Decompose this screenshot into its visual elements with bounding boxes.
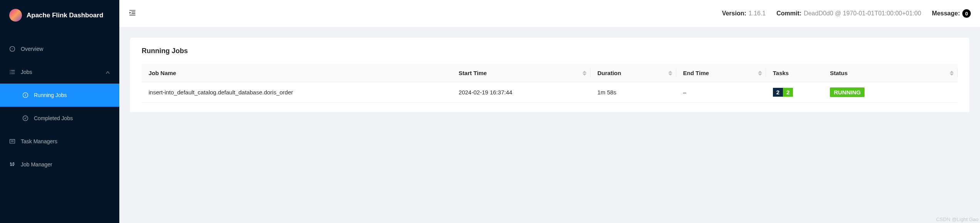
version-value: 1.16.1 bbox=[749, 10, 766, 17]
main-menu: Overview Jobs Running Jobs bbox=[0, 30, 119, 176]
th-job-name[interactable]: Job Name bbox=[142, 64, 452, 82]
play-circle-icon bbox=[22, 92, 28, 98]
cell-tasks: 2 2 bbox=[766, 82, 823, 103]
th-label: Job Name bbox=[149, 70, 176, 76]
cell-duration: 1m 58s bbox=[590, 82, 676, 103]
sidebar-item-jobs[interactable]: Jobs bbox=[0, 60, 119, 84]
sidebar-item-task-managers[interactable]: Task Managers bbox=[0, 130, 119, 153]
sidebar-item-completed-jobs[interactable]: Completed Jobs bbox=[0, 107, 119, 130]
message-info: Message: 0 bbox=[932, 9, 971, 18]
th-start-time[interactable]: Start Time bbox=[452, 64, 590, 82]
menu-label: Running Jobs bbox=[34, 92, 67, 98]
task-running: 2 bbox=[783, 88, 793, 97]
th-status[interactable]: Status bbox=[823, 64, 958, 82]
schedule-icon bbox=[9, 138, 15, 144]
commit-info: Commit: DeadD0d0 @ 1970-01-01T01:00:00+0… bbox=[776, 10, 921, 17]
sidebar-item-overview[interactable]: Overview bbox=[0, 37, 119, 60]
brand-logo[interactable]: Apache Flink Dashboard bbox=[0, 0, 119, 30]
sort-icon[interactable] bbox=[950, 70, 954, 75]
menu-fold-icon[interactable] bbox=[129, 9, 136, 18]
sidebar-item-job-manager[interactable]: Job Manager bbox=[0, 153, 119, 176]
jobs-submenu: Running Jobs Completed Jobs bbox=[0, 84, 119, 130]
main-area: Version: 1.16.1 Commit: DeadD0d0 @ 1970-… bbox=[119, 0, 980, 223]
menu-label: Jobs bbox=[21, 69, 32, 75]
commit-value: DeadD0d0 @ 1970-01-01T01:00:00+01:00 bbox=[804, 10, 921, 17]
flink-logo-icon bbox=[9, 9, 22, 22]
message-badge[interactable]: 0 bbox=[962, 9, 971, 18]
header-right: Version: 1.16.1 Commit: DeadD0d0 @ 1970-… bbox=[722, 9, 971, 18]
table-row[interactable]: insert-into_default_catalog.default_data… bbox=[142, 82, 958, 103]
sort-icon[interactable] bbox=[758, 70, 762, 75]
task-total: 2 bbox=[773, 88, 783, 97]
cell-start-time: 2024-02-19 16:37:44 bbox=[452, 82, 590, 103]
sidebar-item-running-jobs[interactable]: Running Jobs bbox=[0, 84, 119, 107]
th-label: End Time bbox=[683, 70, 709, 76]
sort-icon[interactable] bbox=[582, 70, 587, 75]
th-tasks[interactable]: Tasks bbox=[766, 64, 823, 82]
menu-label: Task Managers bbox=[21, 138, 57, 144]
content: Running Jobs Job Name Start Time bbox=[119, 27, 980, 223]
th-label: Start Time bbox=[459, 70, 487, 76]
cell-status: RUNNING bbox=[823, 82, 958, 103]
commit-label: Commit: bbox=[776, 10, 801, 17]
header: Version: 1.16.1 Commit: DeadD0d0 @ 1970-… bbox=[119, 0, 980, 27]
jobs-table: Job Name Start Time bbox=[142, 64, 958, 103]
running-jobs-card: Running Jobs Job Name Start Time bbox=[130, 38, 969, 112]
brand-title: Apache Flink Dashboard bbox=[27, 12, 103, 19]
dashboard-icon bbox=[9, 46, 15, 52]
task-badge: 2 2 bbox=[773, 88, 793, 97]
bars-icon bbox=[9, 69, 15, 75]
cell-end-time: – bbox=[676, 82, 766, 103]
th-duration[interactable]: Duration bbox=[590, 64, 676, 82]
menu-label: Completed Jobs bbox=[34, 115, 73, 121]
chevron-up-icon bbox=[105, 70, 110, 74]
check-circle-icon bbox=[22, 115, 28, 121]
page-title: Running Jobs bbox=[130, 38, 969, 64]
sort-icon[interactable] bbox=[668, 70, 672, 75]
build-icon bbox=[9, 161, 15, 168]
th-label: Status bbox=[830, 70, 848, 76]
th-end-time[interactable]: End Time bbox=[676, 64, 766, 82]
cell-job-name: insert-into_default_catalog.default_data… bbox=[142, 82, 452, 103]
menu-label: Overview bbox=[21, 46, 43, 52]
th-label: Tasks bbox=[773, 70, 789, 76]
menu-label: Job Manager bbox=[21, 161, 52, 168]
status-tag: RUNNING bbox=[830, 87, 865, 97]
message-label: Message: bbox=[932, 10, 960, 17]
sidebar: Apache Flink Dashboard Overview Jobs bbox=[0, 0, 119, 223]
version-info: Version: 1.16.1 bbox=[722, 10, 766, 17]
version-label: Version: bbox=[722, 10, 746, 17]
th-label: Duration bbox=[597, 70, 621, 76]
